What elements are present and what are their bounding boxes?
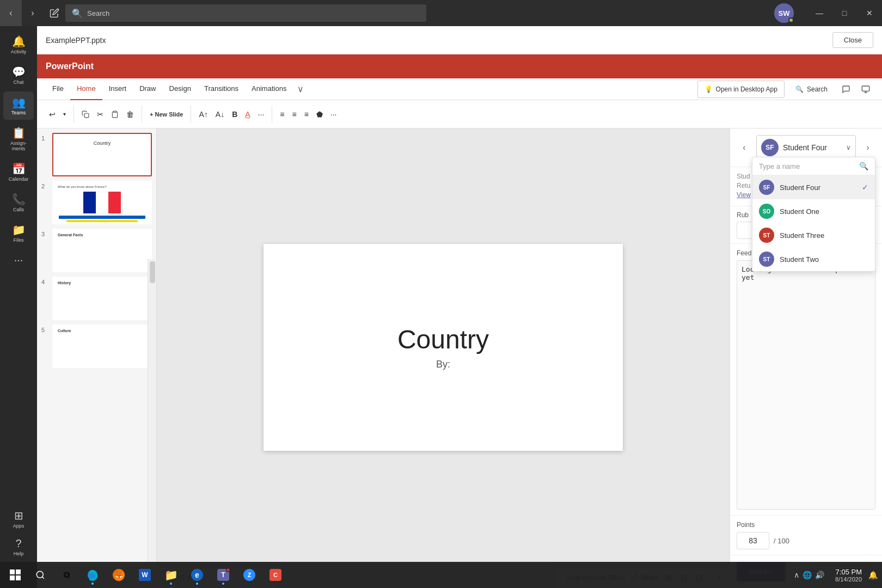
main-slide-view: Country By: Slide 1 of 6 Help Improve Of…: [157, 128, 730, 588]
svg-rect-5: [10, 569, 15, 574]
tab-transitions[interactable]: Transitions: [198, 78, 245, 100]
taskbar-explorer[interactable]: 📁: [159, 564, 183, 586]
back-button[interactable]: ‹: [0, 0, 22, 26]
sidebar-more-button[interactable]: ···: [3, 249, 34, 271]
tab-draw[interactable]: Draw: [133, 78, 162, 100]
tab-file[interactable]: File: [46, 78, 70, 100]
help-icon: ?: [15, 537, 21, 550]
shape-button[interactable]: ⬟: [313, 106, 326, 123]
scroll-thumb[interactable]: [150, 261, 155, 283]
student-search-input[interactable]: [759, 162, 855, 170]
slide-item[interactable]: 5 Culture: [41, 324, 152, 368]
tab-home[interactable]: Home: [70, 78, 102, 100]
taskbar-word[interactable]: W: [133, 564, 157, 586]
copy-button[interactable]: [78, 106, 93, 123]
slide-scroll[interactable]: 1 Country 2 What do you know about Fra: [37, 128, 156, 588]
taskbar-edge-legacy[interactable]: e: [185, 564, 209, 586]
comment-button[interactable]: [838, 81, 854, 98]
more-font-button[interactable]: ···: [255, 106, 268, 123]
slide-thumb-2[interactable]: What do you know about France?: [52, 181, 152, 224]
increase-font-button[interactable]: A↑: [195, 106, 211, 123]
minimize-button[interactable]: —: [807, 0, 832, 26]
open-desktop-button[interactable]: 💡 Open in Desktop App: [697, 81, 785, 98]
user-avatar[interactable]: SW: [774, 3, 794, 23]
slide-thumb-4[interactable]: History: [52, 277, 152, 320]
network-icon[interactable]: 🌐: [803, 571, 812, 579]
forward-button[interactable]: ›: [22, 0, 44, 26]
taskbar-firefox[interactable]: 🦊: [107, 564, 131, 586]
student-option-one[interactable]: SO Student One: [752, 199, 875, 223]
student-option-four[interactable]: SF Student Four ✓: [752, 175, 875, 199]
more-tools-button[interactable]: ···: [327, 106, 340, 123]
search-icon[interactable]: 🔍: [859, 162, 868, 170]
taskbar-edge-chromium[interactable]: [81, 564, 105, 586]
ribbon-tabs: File Home Insert Draw Design Transitions…: [37, 78, 882, 100]
chevron-down-icon: ∨: [846, 144, 851, 151]
volume-icon[interactable]: 🔊: [815, 571, 824, 579]
close-file-button[interactable]: Close: [832, 32, 873, 48]
ribbon-more-button[interactable]: ∨: [293, 84, 308, 94]
sidebar-item-teams[interactable]: 👥 Teams: [3, 91, 34, 120]
paste-button[interactable]: [108, 106, 122, 123]
slide-item[interactable]: 1 Country: [41, 133, 152, 176]
view-link[interactable]: View: [737, 191, 751, 199]
student-option-three[interactable]: ST Student Three: [752, 223, 875, 247]
new-slide-button[interactable]: + New Slide: [146, 106, 186, 123]
sidebar-item-calendar[interactable]: 📅 Calendar: [3, 158, 34, 186]
present-button[interactable]: [858, 81, 873, 98]
next-student-button[interactable]: ›: [860, 140, 875, 155]
tray-expand-icon[interactable]: ∧: [794, 571, 799, 579]
bullet-list-button[interactable]: ≡: [277, 106, 287, 123]
sidebar-item-files[interactable]: 📁 Files: [3, 219, 34, 247]
taskbar-clock[interactable]: 7:05 PM 8/14/2020: [831, 568, 866, 583]
tab-insert[interactable]: Insert: [102, 78, 133, 100]
undo-group: ↩ ▾: [46, 106, 74, 123]
sidebar-item-chat[interactable]: 💬 Chat: [3, 61, 34, 89]
app-header: ExamplePPT.pptx Close: [37, 26, 882, 54]
student-avatar-st2: ST: [759, 252, 774, 267]
slide-item[interactable]: 3 General Facts: [41, 229, 152, 272]
undo-arrow-button[interactable]: ▾: [60, 106, 69, 123]
sidebar-item-calls[interactable]: 📞 Calls: [3, 188, 34, 217]
font-color-button[interactable]: A: [242, 106, 253, 123]
feedback-input[interactable]: Looks good but not complete yet: [737, 260, 875, 510]
taskbar-task-view[interactable]: ⧉: [54, 564, 78, 586]
taskbar-teams[interactable]: T: [211, 564, 235, 586]
notification-icon[interactable]: 🔔: [868, 571, 878, 579]
taskbar-camtasia[interactable]: C: [264, 564, 287, 586]
ppt-logo: PowerPoint: [46, 62, 94, 71]
points-input[interactable]: [737, 532, 769, 549]
check-icon: ✓: [862, 183, 868, 192]
slide-item[interactable]: 2 What do you know about France?: [41, 181, 152, 224]
ribbon-search-button[interactable]: 🔍 Search: [789, 81, 834, 98]
tab-design[interactable]: Design: [163, 78, 198, 100]
tab-animations[interactable]: Animations: [245, 78, 293, 100]
slide-canvas: Country By:: [264, 244, 623, 451]
prev-student-button[interactable]: ‹: [737, 140, 752, 155]
student-option-two[interactable]: ST Student Two: [752, 247, 875, 271]
decrease-font-button[interactable]: A↓: [212, 106, 228, 123]
sidebar-item-apps[interactable]: ⊞ Apps: [3, 505, 34, 533]
sidebar-item-activity[interactable]: 🔔 Activity: [3, 30, 34, 59]
taskbar-zoom[interactable]: Z: [237, 564, 261, 586]
online-status-dot: [788, 17, 794, 23]
slide-item[interactable]: 4 History: [41, 277, 152, 320]
slide-scrollbar[interactable]: [148, 259, 156, 588]
maximize-button[interactable]: □: [832, 0, 857, 26]
cut-button[interactable]: ✂: [94, 106, 107, 123]
align-button[interactable]: ≡: [301, 106, 312, 123]
taskbar-search-button[interactable]: [28, 564, 52, 586]
titlebar-search[interactable]: 🔍 Search: [65, 4, 426, 22]
delete-button[interactable]: 🗑: [123, 106, 137, 123]
start-button[interactable]: [4, 564, 26, 586]
edit-icon[interactable]: [44, 0, 65, 26]
sidebar-item-assignments[interactable]: 📋 Assign­ments: [3, 122, 34, 156]
undo-button[interactable]: ↩: [46, 106, 59, 123]
sidebar-item-help[interactable]: ? Help: [3, 533, 34, 561]
bold-button[interactable]: B: [229, 106, 241, 123]
slide-thumb-1[interactable]: Country: [52, 133, 152, 176]
numbered-list-button[interactable]: ≡: [289, 106, 299, 123]
window-close-button[interactable]: ✕: [857, 0, 882, 26]
slide-thumb-5[interactable]: Culture: [52, 324, 152, 368]
slide-thumb-3[interactable]: General Facts: [52, 229, 152, 272]
